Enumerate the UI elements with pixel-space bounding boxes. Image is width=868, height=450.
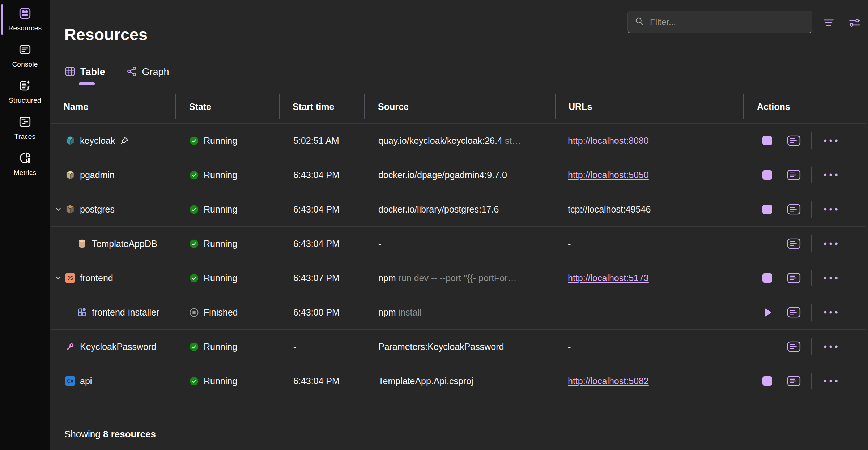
table-row[interactable]: TemplateAppDB Running 6:43:04 PM - -: [51, 226, 866, 261]
console-logs-button[interactable]: [784, 341, 804, 352]
table-row[interactable]: frontend-installer Finished 6:43:00 PM n…: [51, 295, 866, 329]
url-cell: tcp://localhost:49546: [556, 204, 744, 215]
source-main: TemplateApp.Api.csproj: [378, 376, 473, 386]
console-window-icon: [18, 43, 31, 57]
name-cell: JS frontend: [51, 273, 176, 283]
table-summary: Showing 8 resources: [64, 429, 156, 440]
actions-cell: [744, 304, 866, 321]
stop-button[interactable]: [757, 136, 777, 145]
actions-divider: [811, 132, 812, 149]
table-row[interactable]: JS frontend Running 6:43:07 PM npm run d…: [51, 261, 866, 295]
url-cell: http://localhost:5082: [556, 376, 744, 386]
actions-cell: [744, 338, 866, 355]
resource-type-icon: [65, 170, 75, 180]
stop-button[interactable]: [757, 205, 777, 214]
source-cell: docker.io/dpage/pgadmin4:9.7.0: [365, 170, 556, 180]
sidebar-item-console[interactable]: Console: [0, 39, 50, 72]
console-logs-button[interactable]: [784, 204, 804, 215]
state-cell: Finished: [176, 307, 280, 318]
resource-url: -: [568, 239, 571, 249]
table-row[interactable]: keycloak Running 5:02:51 AM quay.io/keyc…: [51, 123, 866, 158]
sidebar-item-label: Metrics: [14, 169, 37, 177]
column-header-urls[interactable]: URLs: [556, 90, 744, 123]
console-logs-button[interactable]: [784, 376, 804, 386]
state-icon: [189, 170, 199, 180]
stop-button[interactable]: [757, 273, 777, 283]
resource-url[interactable]: http://localhost:5050: [568, 170, 649, 180]
state-cell: Running: [176, 376, 280, 386]
start-time: 6:43:07 PM: [280, 273, 365, 283]
metrics-pie-icon: [18, 151, 31, 166]
column-settings-button[interactable]: [846, 14, 864, 32]
start-button[interactable]: [757, 307, 777, 318]
state-label: Running: [204, 136, 237, 146]
console-logs-button[interactable]: [784, 135, 804, 146]
filter-field[interactable]: [627, 11, 812, 33]
resource-name: frontend: [80, 273, 113, 283]
sidebar-item-structured[interactable]: Structured: [0, 75, 50, 108]
sidebar-item-traces[interactable]: Traces: [0, 111, 50, 145]
column-header-start-time[interactable]: Start time: [280, 90, 365, 123]
state-label: Running: [204, 273, 237, 283]
table-row[interactable]: pgadmin Running 6:43:04 PM docker.io/dpa…: [51, 158, 866, 192]
state-icon: [189, 273, 199, 283]
tab-table[interactable]: Table: [64, 64, 105, 80]
source-main: Parameters:KeycloakPassword: [378, 342, 504, 352]
column-header-state[interactable]: State: [176, 90, 280, 123]
actions-cell: [744, 132, 866, 149]
table-row[interactable]: postgres Running 6:43:04 PM docker.io/li…: [51, 192, 866, 226]
sidebar-item-resources[interactable]: Resources: [0, 3, 50, 36]
resource-url[interactable]: http://localhost:5173: [568, 273, 649, 283]
more-actions-button[interactable]: [820, 379, 842, 383]
actions-divider: [811, 304, 812, 321]
more-actions-button[interactable]: [820, 344, 842, 349]
resource-type-icon: [77, 239, 87, 249]
start-time: -: [280, 342, 365, 352]
console-logs-button[interactable]: [784, 170, 804, 180]
name-cell: C# api: [51, 376, 176, 386]
more-actions-button[interactable]: [820, 241, 842, 246]
more-actions-button[interactable]: [820, 207, 842, 211]
source-extra: st…: [502, 136, 521, 146]
table-body: keycloak Running 5:02:51 AM quay.io/keyc…: [51, 123, 866, 398]
actions-divider: [811, 201, 812, 218]
table-row[interactable]: C# api Running 6:43:04 PM TemplateApp.Ap…: [51, 364, 866, 398]
source-cell: -: [365, 239, 556, 249]
console-logs-button[interactable]: [784, 273, 804, 283]
sidebar-item-label: Structured: [9, 97, 41, 104]
summary-count: 8 resources: [103, 429, 156, 440]
resource-url: tcp://localhost:49546: [568, 204, 651, 214]
pin-icon[interactable]: [119, 136, 129, 146]
expand-chevron-icon[interactable]: [54, 205, 65, 213]
source-cell: quay.io/keycloak/keycloak:26.4 st…: [365, 136, 556, 146]
resource-url[interactable]: http://localhost:5082: [568, 376, 649, 386]
start-time: 6:43:04 PM: [280, 170, 365, 180]
start-time: 6:43:04 PM: [280, 239, 365, 249]
state-cell: Running: [176, 136, 280, 146]
filter-funnel-button[interactable]: [820, 14, 838, 32]
sidebar-item-metrics[interactable]: Metrics: [0, 147, 50, 181]
console-logs-button[interactable]: [784, 238, 804, 249]
expand-chevron-icon[interactable]: [54, 274, 65, 282]
name-cell: pgadmin: [51, 170, 176, 180]
column-header-name[interactable]: Name: [51, 90, 176, 123]
more-actions-button[interactable]: [820, 276, 842, 280]
stop-button[interactable]: [757, 376, 777, 386]
aspire-dashboard: Resources Console Structured Traces Metr…: [0, 0, 868, 450]
stop-button[interactable]: [757, 170, 777, 180]
traces-icon: [18, 115, 31, 130]
resource-url[interactable]: http://localhost:8080: [568, 136, 649, 146]
table-row[interactable]: KeycloakPassword Running - Parameters:Ke…: [51, 329, 866, 364]
tab-graph[interactable]: Graph: [126, 64, 169, 80]
source-main: docker.io/dpage/pgadmin4:9.7.0: [378, 170, 507, 180]
console-logs-button[interactable]: [784, 307, 804, 318]
state-icon: [189, 136, 199, 146]
column-header-source[interactable]: Source: [365, 90, 556, 123]
more-actions-button[interactable]: [820, 310, 842, 314]
more-actions-button[interactable]: [820, 138, 842, 143]
state-label: Running: [204, 239, 237, 249]
url-cell: -: [556, 342, 744, 352]
more-actions-button[interactable]: [820, 173, 842, 177]
filter-input[interactable]: [649, 17, 805, 27]
actions-cell: [744, 270, 866, 286]
